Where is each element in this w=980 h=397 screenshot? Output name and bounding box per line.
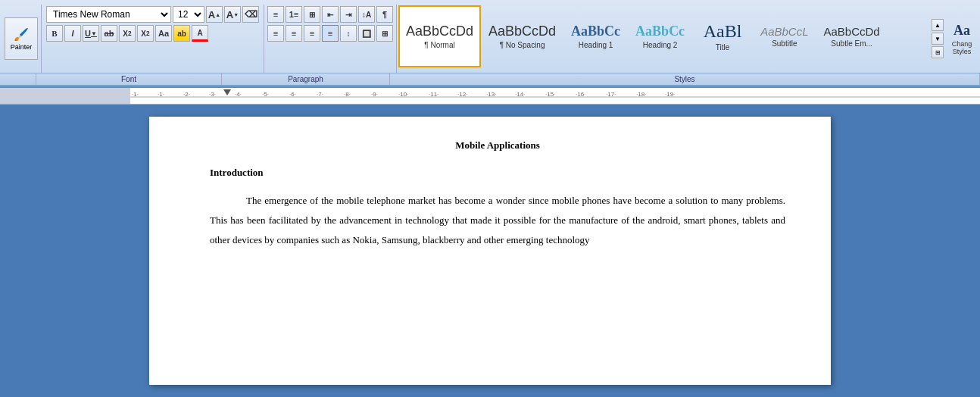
svg-text:·6·: ·6· (289, 91, 296, 98)
document-page: Mobile Applications Introduction The eme… (149, 117, 831, 385)
font-color-button[interactable]: A (192, 25, 208, 42)
style-title-button[interactable]: AaBl Title (692, 5, 753, 67)
format-painter-button[interactable]: 🖌️ Painter (5, 17, 38, 60)
style-nospacing-button[interactable]: AaBbCcDd ¶ No Spacing (481, 5, 563, 67)
svg-text:·7·: ·7· (317, 91, 323, 98)
strikethrough-button[interactable]: ab (101, 25, 117, 42)
font-name-select[interactable]: Times New Roman (46, 6, 171, 23)
font-size-select[interactable]: 12 (173, 6, 204, 23)
svg-text:·13·: ·13· (486, 91, 496, 98)
align-left-button[interactable]: ≡ (267, 25, 284, 42)
svg-text:·15·: ·15· (545, 91, 555, 98)
ribbon: 🖌️ Painter Times New Roman 12 A▲ A▼ ⌫ (0, 0, 980, 85)
normal-label: ¶ Normal (424, 41, 454, 49)
style-normal-button[interactable]: AaBbCcDd ¶ Normal (398, 5, 481, 67)
style-heading2-button[interactable]: AaBbCc Heading 2 (628, 5, 692, 67)
grow-font-button[interactable]: A▲ (206, 6, 223, 23)
align-right-button[interactable]: ≡ (304, 25, 320, 42)
svg-text:·19·: ·19· (665, 91, 675, 98)
svg-text:·5·: ·5· (262, 91, 269, 98)
ruler: ·1· ·1· ·2· ·3· ·4· ·5· ·6· ·7· ·8· ·9· … (0, 88, 980, 105)
svg-text:·8·: ·8· (344, 91, 351, 98)
svg-text:·10·: ·10· (398, 91, 408, 98)
svg-text:·4·: ·4· (235, 91, 242, 98)
justify-button[interactable]: ≡ (322, 25, 339, 42)
subtle-em-label: Subtle Em... (831, 39, 872, 48)
subtitle-label: Subtitle (772, 39, 797, 48)
svg-text:·2·: ·2· (183, 91, 190, 98)
svg-text:·12·: ·12· (457, 91, 467, 98)
svg-text:·9·: ·9· (371, 91, 378, 98)
number-list-button[interactable]: 1≡ (286, 6, 302, 23)
title-label: Title (716, 43, 730, 52)
heading1-label: Heading 1 (579, 41, 613, 49)
svg-text:·11·: ·11· (429, 91, 439, 98)
svg-text:·14·: ·14· (515, 91, 525, 98)
scroll-up-arrow[interactable]: ▲ (932, 19, 944, 31)
sort-button[interactable]: ↕A (358, 6, 375, 23)
svg-text:·1·: ·1· (132, 91, 139, 98)
document-heading: Introduction (210, 167, 785, 179)
multilevel-list-button[interactable]: ⊞ (304, 6, 320, 23)
decrease-indent-button[interactable]: ⇤ (322, 6, 339, 23)
italic-button[interactable]: I (64, 25, 81, 42)
document-paragraph[interactable]: The emergence of the mobile telephone ma… (210, 191, 785, 250)
borders-button[interactable]: ⊞ (376, 25, 393, 42)
shading-button[interactable]: 🔲 (358, 25, 375, 42)
show-hide-button[interactable]: ¶ (376, 6, 393, 23)
underline-button[interactable]: U▼ (83, 25, 99, 42)
document-title: Mobile Applications (210, 139, 785, 152)
subtitle-sample: AaBbCcL (760, 25, 808, 38)
title-sample: AaBl (704, 21, 742, 42)
style-subtle-em-button[interactable]: AaBbCcDd Subtle Em... (816, 5, 888, 67)
font-section-label: Font (36, 73, 222, 85)
bullet-list-button[interactable]: ≡ (267, 6, 284, 23)
line-spacing-button[interactable]: ↕ (340, 25, 357, 42)
increase-indent-button[interactable]: ⇥ (340, 6, 357, 23)
shrink-font-button[interactable]: A▼ (224, 6, 241, 23)
highlight-button[interactable]: ab (173, 25, 190, 42)
section-label-empty (0, 73, 36, 85)
style-subtitle-button[interactable]: AaBbCcL Subtitle (753, 5, 816, 67)
heading1-sample: AaBbCc (571, 23, 620, 39)
document-area: Mobile Applications Introduction The eme… (0, 105, 980, 397)
nospacing-label: ¶ No Spacing (500, 41, 545, 49)
paragraph-section-label: Paragraph (222, 73, 390, 85)
change-case-button[interactable]: Aa (155, 25, 172, 42)
styles-scroll-arrows: ▲ ▼ ⊞ (932, 19, 944, 58)
scroll-more-arrow[interactable]: ⊞ (932, 46, 944, 58)
subscript-button[interactable]: X2 (119, 25, 136, 42)
styles-section-label: Styles (390, 73, 980, 85)
normal-sample: AaBbCcDd (406, 23, 473, 39)
svg-text:·1·: ·1· (158, 91, 164, 98)
heading2-sample: AaBbCc (635, 23, 685, 39)
svg-text:·16·: ·16· (576, 91, 585, 98)
subtle-em-sample: AaBbCcDd (824, 25, 880, 38)
superscript-button[interactable]: X2 (137, 25, 154, 42)
change-styles-button[interactable]: Aa ChangStyles (945, 20, 978, 58)
svg-text:·17·: ·17· (606, 91, 616, 98)
scroll-down-arrow[interactable]: ▼ (932, 33, 944, 45)
clear-format-button[interactable]: ⌫ (242, 6, 259, 23)
align-center-button[interactable]: ≡ (286, 25, 302, 42)
nospacing-sample: AaBbCcDd (488, 23, 556, 39)
heading2-label: Heading 2 (643, 41, 678, 49)
svg-text:·3·: ·3· (209, 91, 216, 98)
bold-button[interactable]: B (46, 25, 63, 42)
svg-text:·18·: ·18· (636, 91, 646, 98)
style-heading1-button[interactable]: AaBbCc Heading 1 (563, 5, 628, 67)
